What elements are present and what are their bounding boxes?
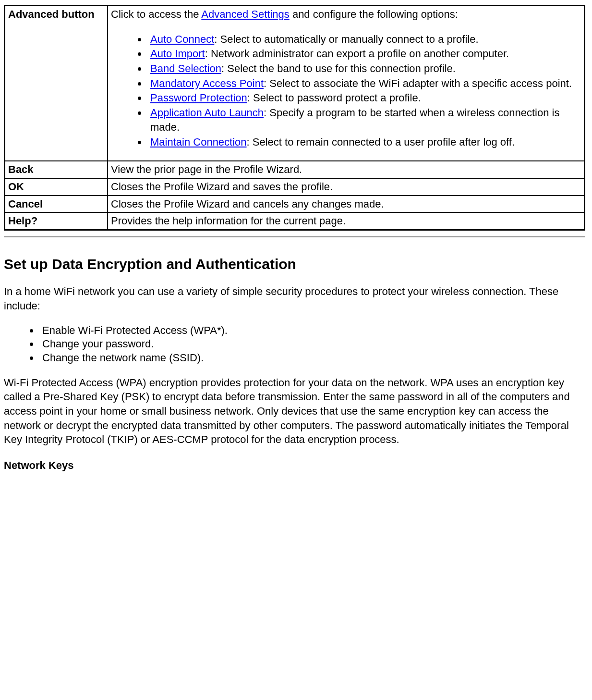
row-desc-advanced: Click to access the Advanced Settings an…: [108, 6, 585, 161]
password-protection-link[interactable]: Password Protection: [150, 92, 247, 104]
band-selection-link[interactable]: Band Selection: [150, 62, 221, 74]
list-item: Change your password.: [39, 337, 585, 351]
list-item: Auto Import: Network administrator can e…: [147, 47, 581, 61]
list-item: Enable Wi-Fi Protected Access (WPA*).: [39, 324, 585, 338]
table-row: OK Closes the Profile Wizard and saves t…: [5, 178, 585, 196]
item-text: : Select the band to use for this connec…: [221, 62, 456, 74]
auto-import-link[interactable]: Auto Import: [150, 48, 205, 60]
list-item: Maintain Connection: Select to remain co…: [147, 135, 581, 149]
network-keys-subheading: Network Keys: [4, 458, 585, 473]
wpa-description-paragraph: Wi-Fi Protected Access (WPA) encryption …: [4, 376, 585, 447]
table-row: Cancel Closes the Profile Wizard and can…: [5, 196, 585, 213]
item-text: : Select to remain connected to a user p…: [247, 136, 515, 148]
advanced-settings-link[interactable]: Advanced Settings: [201, 8, 289, 20]
section-heading: Set up Data Encryption and Authenticatio…: [4, 255, 585, 274]
application-auto-launch-link[interactable]: Application Auto Launch: [150, 107, 264, 119]
row-label-back: Back: [5, 161, 108, 178]
intro-text-before: Click to access the: [111, 8, 201, 20]
maintain-connection-link[interactable]: Maintain Connection: [150, 136, 247, 148]
section-intro-paragraph: In a home WiFi network you can use a var…: [4, 284, 585, 313]
intro-text-after: and configure the following options:: [290, 8, 458, 20]
settings-table: Advanced button Click to access the Adva…: [4, 5, 585, 231]
list-item: Band Selection: Select the band to use f…: [147, 61, 581, 76]
item-text: : Select to password protect a profile.: [247, 92, 421, 104]
row-desc-cancel: Closes the Profile Wizard and cancels an…: [108, 196, 585, 213]
row-label-help: Help?: [5, 212, 108, 230]
item-text: : Select to automatically or manually co…: [214, 33, 478, 45]
list-item: Password Protection: Select to password …: [147, 91, 581, 105]
row-label-cancel: Cancel: [5, 196, 108, 213]
row-desc-back: View the prior page in the Profile Wizar…: [108, 161, 585, 178]
security-procedures-list: Enable Wi-Fi Protected Access (WPA*). Ch…: [4, 324, 585, 365]
list-item: Application Auto Launch: Specify a progr…: [147, 106, 581, 134]
list-item: Change the network name (SSID).: [39, 351, 585, 365]
table-row: Advanced button Click to access the Adva…: [5, 6, 585, 161]
row-desc-ok: Closes the Profile Wizard and saves the …: [108, 178, 585, 196]
item-text: : Network administrator can export a pro…: [205, 48, 509, 60]
item-text: : Select to associate the WiFi adapter w…: [264, 77, 572, 89]
row-label-ok: OK: [5, 178, 108, 196]
list-item: Auto Connect: Select to automatically or…: [147, 32, 581, 47]
row-label-advanced: Advanced button: [5, 6, 108, 161]
list-item: Mandatory Access Point: Select to associ…: [147, 76, 581, 91]
mandatory-access-point-link[interactable]: Mandatory Access Point: [150, 77, 264, 89]
section-divider: [4, 236, 585, 237]
table-row: Back View the prior page in the Profile …: [5, 161, 585, 178]
row-desc-help: Provides the help information for the cu…: [108, 212, 585, 230]
auto-connect-link[interactable]: Auto Connect: [150, 33, 214, 45]
advanced-options-list: Auto Connect: Select to automatically or…: [111, 32, 581, 149]
table-row: Help? Provides the help information for …: [5, 212, 585, 230]
